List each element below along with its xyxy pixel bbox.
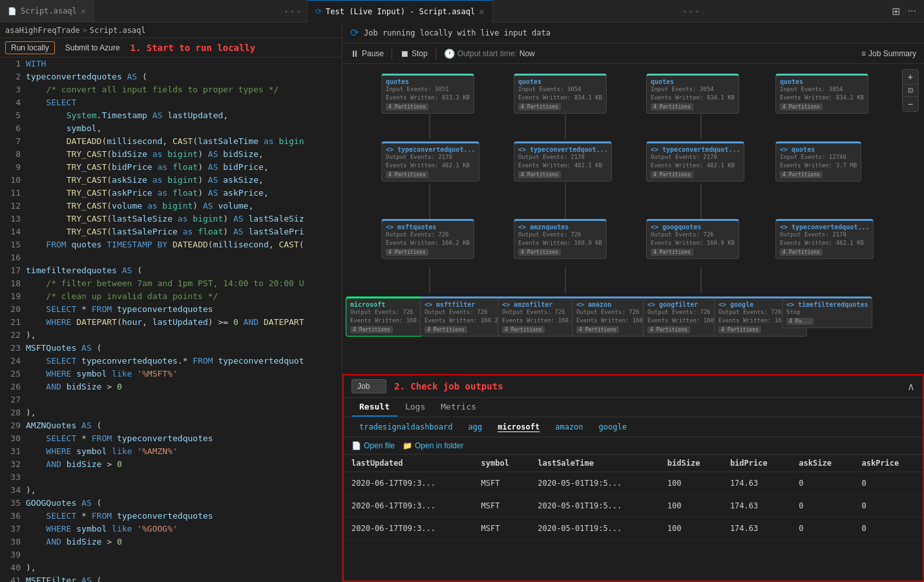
tab-result[interactable]: Result [352,398,397,417]
zoom-reset-button[interactable]: ⊡ [903,85,918,96]
node-quotes-4[interactable]: quotes Input Events: 3054Events Written:… [775,74,868,114]
stop-button[interactable]: ⏹ Stop [400,48,428,59]
subtab-tradesignaldashboard[interactable]: tradesignaldashboard [352,420,461,434]
node-title-quotes-4: quotes [780,78,864,85]
output-time-value: Now [520,49,535,58]
tab-close-left[interactable]: × [81,6,86,16]
node-amznquotes[interactable]: <> amznquotes Output Events: 726Events W… [514,219,607,259]
zoom-in-button[interactable]: + [903,70,918,84]
job-select[interactable]: Job [352,379,386,393]
node-stat-quotes-2: Input Events: 3054Events Written: 834.1 … [518,85,602,102]
code-editor[interactable]: 12345 678910 1112131415 1617181920 21222… [0,57,342,582]
job-summary-label: Job Summary [868,49,916,58]
open-file-button[interactable]: 📄 Open file [352,441,395,450]
output-time-label: Output start time: [457,49,517,58]
col-header-bidSize: bidSize [660,455,722,472]
node-quotes-3[interactable]: quotes Input Events: 3054Events Written:… [646,74,739,114]
step-1-label: 1. Start to run locally [130,43,255,53]
pause-button[interactable]: ⏸ Pause [350,48,384,59]
step-2-label: 2. Check job outputs [394,381,503,391]
open-file-label: Open file [364,441,395,450]
node-title-timefilteredquotes: <> timefilteredquotes [786,301,868,308]
data-table[interactable]: lastUpdated symbol lastSaleTime bidSize … [344,455,923,581]
folder-icon: 📁 [403,441,412,450]
submit-to-azure-button[interactable]: Submit to Azure [60,42,125,54]
node-typeconv-1[interactable]: <> typeconvertedquot... Output Events: 2… [381,141,479,182]
subtab-microsoft[interactable]: microsoft [490,420,547,434]
job-summary-button[interactable]: ≡ Job Summary [861,49,916,58]
tab-label-right: Test (Live Input) - Script.asaql [326,7,475,16]
tab-logs[interactable]: Logs [397,398,433,417]
node-msftquotes[interactable]: <> msftquotes Output Events: 726Events W… [381,219,474,259]
node-badge-typeconv-1: 4 Partitions [386,171,428,178]
tab-more-left[interactable]: ··· [278,5,307,17]
cell-bidSize-1: 100 [660,495,722,517]
node-title-typeconv-5: <> typeconvertedquot... [780,223,869,231]
cell-lastSaleTime-0: 2020-05-01T19:5... [530,472,660,495]
job-controls: ⏸ Pause ⏹ Stop 🕐 Output start time: Now … [342,43,924,64]
subtab-amazon[interactable]: amazon [547,420,591,434]
stop-label: Stop [412,49,428,58]
list-icon: ≡ [861,49,866,58]
node-stat-msftfilter: Output Events: 726Events Written: 160.2 … [425,308,509,325]
node-title-quotes-1: quotes [386,78,470,85]
node-stat-timefilteredquotes: Stop [786,308,868,317]
tab-more-right[interactable]: ··· [677,5,706,17]
tab-script-right[interactable]: ⟳ Test (Live Input) - Script.asaql × [308,0,493,23]
node-quotes-1[interactable]: quotes Input Events: 3051Events Written:… [381,74,474,114]
open-in-folder-button[interactable]: 📁 Open in folder [403,441,463,450]
ctrl-separator-2 [436,48,436,59]
tab-script-left[interactable]: 📄 Script.asaql × [0,0,94,23]
run-locally-button[interactable]: Run locally [5,41,55,54]
node-quotes-ref[interactable]: <> quotes Input Events: 12746Events Writ… [775,141,861,182]
code-text[interactable]: WITH typeconvertedquotes AS ( /* convert… [23,57,342,582]
cell-askSize-0: 0 [791,472,854,495]
tab-label-left: Script.asaql [21,6,77,16]
subtab-agg[interactable]: agg [461,420,490,434]
node-title-typeconv-2: <> typeconvertedquot... [518,146,607,153]
breadcrumb: asaHighFreqTrade > Script.asaql [0,23,342,38]
cell-askPrice-0: 0 [854,472,923,495]
table-row: 2020-06-17T09:3...MSFT2020-05-01T19:5...… [344,495,923,517]
cell-symbol-0: MSFT [474,472,530,495]
node-badge-quotes-1: 4 Partitions [386,103,428,110]
node-badge-quotes-3: 4 Partitions [651,103,693,110]
node-stat-msftquotes: Output Events: 726Events Written: 160.2 … [386,231,470,247]
tab-metrics[interactable]: Metrics [433,398,484,417]
node-timefilteredquotes[interactable]: <> timefilteredquotes Stop 4 Pa... [782,296,872,328]
bottom-panel: Job 2. Check job outputs ∧ Result Logs M… [342,374,924,582]
more-actions-btn[interactable]: ··· [905,4,919,19]
node-title-typeconv-3: <> typeconvertedquot... [651,146,740,153]
node-badge-amznquotes: 4 Partitions [518,249,561,256]
node-typeconv-2[interactable]: <> typeconvertedquot... Output Events: 2… [514,141,612,182]
node-googquotes[interactable]: <> googquotes Output Events: 726Events W… [646,219,739,259]
node-badge-amznfilter: 4 Partitions [502,326,545,333]
output-time-button[interactable]: 🕐 Output start time: Now [444,48,535,59]
node-badge-typeconv-3: 4 Partitions [651,171,693,178]
subtab-google[interactable]: google [591,420,635,434]
node-title-quotes-3: quotes [651,78,735,85]
node-badge-timefilteredquotes: 4 Pa... [786,318,814,325]
node-quotes-2[interactable]: quotes Input Events: 3054Events Written:… [514,74,607,114]
collapse-button[interactable]: ∧ [907,380,915,393]
node-stat-amznquotes: Output Events: 726Events Written: 160.9 … [518,231,602,247]
status-spinner: ⟳ [350,26,359,39]
zoom-out-button[interactable]: − [903,97,918,111]
cell-bidPrice-0: 174.63 [722,472,791,495]
node-stat-quotes-1: Input Events: 3051Events Written: 833.3 … [386,85,470,102]
line-numbers: 12345 678910 1112131415 1617181920 21222… [0,57,23,582]
tab-close-right[interactable]: × [479,6,484,17]
file-icon-left: 📄 [8,7,17,16]
cell-bidSize-2: 100 [660,517,722,540]
node-typeconv-3[interactable]: <> typeconvertedquot... Output Events: 2… [646,141,744,182]
breadcrumb-item-1[interactable]: asaHighFreqTrade [5,26,80,35]
cell-askSize-2: 0 [791,517,854,540]
diagram-area[interactable]: quotes Input Events: 3051Events Written:… [342,64,924,374]
sync-icon: ⟳ [315,7,322,16]
table-row: 2020-06-17T09:3...MSFT2020-05-01T19:5...… [344,472,923,495]
status-message: Job running locally with live input data [364,28,551,37]
split-editor-btn[interactable]: ⊞ [889,4,903,19]
node-typeconv-5[interactable]: <> typeconvertedquot... Output Events: 2… [775,219,874,259]
col-header-bidPrice: bidPrice [722,455,791,472]
stop-icon: ⏹ [400,48,409,59]
